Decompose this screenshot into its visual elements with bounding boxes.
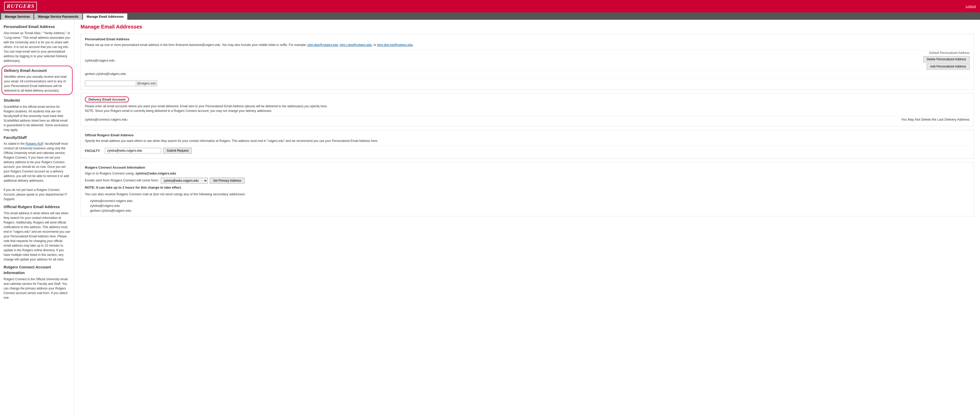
connect-secondary-prefix-row: You can also receive Rutgers Connect mai… xyxy=(85,192,969,197)
secondary-addresses-list: zylstra@connect.rutgers.edu zylstra@rutg… xyxy=(85,198,969,213)
sidebar-faculty-body: As stated in the Rutgers AUP, faculty/st… xyxy=(3,141,70,201)
logout-button[interactable]: Logout xyxy=(966,4,976,8)
delivery-title-wrap: Delivery Email Account xyxy=(85,96,129,102)
header: RUTGERS Logout xyxy=(0,0,980,12)
rutgers-logo: RUTGERS xyxy=(4,2,37,11)
connect-sign-in-email: zylstra@sebs.rutgers.edu xyxy=(135,171,176,175)
connect-primary-row: Emails sent from Rutgers Connect will co… xyxy=(85,177,969,184)
connect-primary-prefix: Emails sent from Rutgers Connect will co… xyxy=(85,178,159,183)
official-email-input[interactable] xyxy=(105,148,161,153)
delivery-note-text: NOTE: Since your Rutgers email is curren… xyxy=(85,109,272,113)
logo-area: RUTGERS xyxy=(4,2,37,11)
desc-italic: firstname.lastname@rutgers.edu xyxy=(176,43,220,47)
content-area: Manage Email Addresses Personalized Emai… xyxy=(74,20,980,416)
set-primary-address-button[interactable]: Set Primary Address xyxy=(210,177,244,184)
faculty-label: FACULTY xyxy=(85,149,103,153)
connect-note-row: NOTE: It can take up to 2 hours for this… xyxy=(85,185,969,190)
new-address-input[interactable] xyxy=(85,81,136,86)
personalized-email-title: Personalized Email Address xyxy=(85,37,969,41)
tab-manage-services[interactable]: Manage Services xyxy=(1,13,33,20)
personalized-address-row-2: gerben.zylstra@rutgers.edu xyxy=(85,70,969,77)
sidebar-personalized-title: Personalized Email Address xyxy=(3,24,70,30)
delete-personalized-address-button[interactable]: Delete Personalized Address xyxy=(923,56,969,62)
sidebar-students: Students ScarletMail is the official ema… xyxy=(3,97,70,132)
connect-account-title: Rutgers Connect Account Information xyxy=(85,166,969,169)
delivery-address-email: zylstra@connect.rutgers.edu xyxy=(85,118,127,121)
personalized-email-desc: Please set up one or more personalized e… xyxy=(85,43,969,47)
sidebar-delivery-highlight: Delivery Email Account Identifies where … xyxy=(2,66,73,95)
official-email-title: Official Rutgers Email Address xyxy=(85,133,969,137)
personalized-address-1-email: zylstra@rutgers.edu xyxy=(85,59,115,62)
official-email-row: FACULTY Submit Request xyxy=(85,146,969,155)
delivery-address-row: zylstra@connect.rutgers.edu You May Not … xyxy=(85,116,969,123)
personalized-address-row-1: zylstra@rutgers.edu Default Personalized… xyxy=(85,50,969,70)
sidebar-official: Official Rutgers Email Address This emai… xyxy=(3,204,70,262)
connect-primary-select[interactable]: zylstra@sebs.rutgers.eduzylstra@rutgers.… xyxy=(161,177,208,184)
delivery-desc-text: Please enter all email accounts where yo… xyxy=(85,104,328,108)
sidebar-faculty-title: Faculty/Staff xyxy=(3,135,70,141)
official-email-section: Official Rutgers Email Address Specify t… xyxy=(81,130,974,158)
sidebar-delivery-title: Delivery Email Account xyxy=(4,68,70,73)
sidebar-connect: Rutgers Connect Account Information Rutg… xyxy=(3,264,70,300)
delivery-email-title: Delivery Email Account xyxy=(89,97,126,101)
sidebar-delivery-wrapper: Delivery Email Account Identifies where … xyxy=(3,66,70,95)
secondary-address-1: zylstra@connect.rutgers.edu xyxy=(85,198,969,203)
sidebar-connect-title: Rutgers Connect Account Information xyxy=(3,264,70,276)
tab-manage-email[interactable]: Manage Email Addresses xyxy=(83,13,127,20)
example-link-2: john.j.doe@rutgers.edu xyxy=(340,43,372,47)
official-email-desc: Specify the email address you want other… xyxy=(85,139,969,143)
rutgers-suffix: @rutgers.edu xyxy=(136,81,157,86)
secondary-address-3: gerben.zylstra@rutgers.edu xyxy=(85,208,969,213)
sidebar-personalized-body: Also known as "Email Alias," "Vanity Add… xyxy=(3,31,70,63)
personalized-email-section: Personalized Email Address Please set up… xyxy=(81,34,974,89)
sidebar: Personalized Email Address Also known as… xyxy=(0,20,74,416)
sidebar-students-body: ScarletMail is the official email servic… xyxy=(3,104,70,132)
sidebar-connect-body: Rutgers Connect is the Official Universi… xyxy=(3,277,70,300)
add-personalized-address-button[interactable]: Add Personalized Address xyxy=(927,63,969,70)
connect-sign-in-row: Sign in to Rutgers Connect using: zylstr… xyxy=(85,171,969,176)
sidebar-official-body: This email address is what others will s… xyxy=(3,211,70,262)
new-address-row: @rutgers.edu xyxy=(85,78,969,86)
secondary-address-2: zylstra@rutgers.edu xyxy=(85,203,969,208)
delivery-email-section: Delivery Email Account Please enter all … xyxy=(81,93,974,126)
nav-tabs: Manage Services Manage Service Passwords… xyxy=(0,12,980,20)
personalized-address-1-controls: Default Personalized Address Delete Pers… xyxy=(923,51,969,70)
page-title: Manage Email Addresses xyxy=(81,24,974,30)
example-link-3: john.doe.md@rutgers.edu xyxy=(377,43,413,47)
main-layout: Personalized Email Address Also known as… xyxy=(0,20,980,416)
tab-manage-passwords[interactable]: Manage Service Passwords xyxy=(34,13,82,20)
sidebar-faculty: Faculty/Staff As stated in the Rutgers A… xyxy=(3,135,70,202)
connect-sign-in-prefix: Sign in to Rutgers Connect using: xyxy=(85,171,135,175)
delivery-email-desc: Please enter all email accounts where yo… xyxy=(85,104,969,113)
sidebar-students-title: Students xyxy=(3,97,70,104)
sidebar-personalized-email: Personalized Email Address Also known as… xyxy=(3,24,70,63)
personalized-address-2-email: gerben.zylstra@rutgers.edu xyxy=(85,72,126,76)
rutgers-aup-link[interactable]: Rutgers AUP xyxy=(25,142,43,145)
connect-account-section: Rutgers Connect Account Information Sign… xyxy=(81,162,974,216)
submit-request-button[interactable]: Submit Request xyxy=(163,147,192,154)
example-link-1: john.doe@rutgers.edu xyxy=(307,43,338,47)
sidebar-delivery-body: Identifies where you actually receive an… xyxy=(4,74,70,93)
delivery-cannot-delete: You May Not Delete the Last Delivery Add… xyxy=(901,118,969,121)
default-address-label: Default Personalized Address xyxy=(929,51,969,55)
connect-note-text: NOTE: It can take up to 2 hours for this… xyxy=(85,185,182,189)
sidebar-official-title: Official Rutgers Email Address xyxy=(3,204,70,210)
